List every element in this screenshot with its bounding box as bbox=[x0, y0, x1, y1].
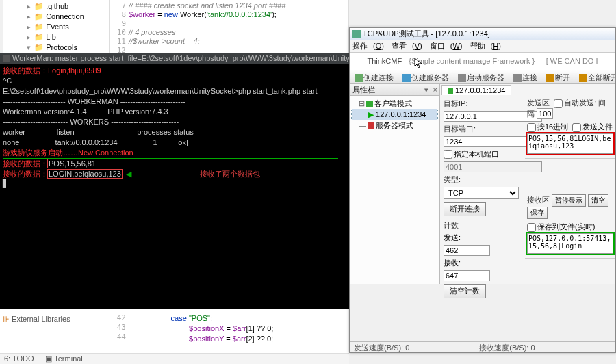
save-recv-button[interactable]: 保存 bbox=[527, 207, 548, 219]
connection-tab[interactable]: 127.0.0.1:1234 bbox=[441, 85, 511, 95]
close-icon[interactable]: × bbox=[433, 86, 437, 94]
folder-icon: 📁 bbox=[34, 23, 44, 31]
label-target-port: 目标端口: bbox=[444, 124, 482, 134]
toolbar-new-connection[interactable]: 创建连接 bbox=[352, 71, 396, 84]
tree-item-events[interactable]: ▸ 📁 Events bbox=[3, 22, 109, 32]
tree-item-lib[interactable]: ▸ 📁 Lib bbox=[3, 32, 109, 42]
save-to-file-label: 保存到文件(实时) bbox=[537, 222, 595, 231]
terminal-tab[interactable]: ▣ Terminal bbox=[45, 354, 92, 363]
tree-connection-item[interactable]: ▶ 127.0.0.1:1234 bbox=[352, 109, 437, 120]
terminal-icon bbox=[3, 55, 10, 62]
send-zone-label: 发送区 bbox=[527, 99, 550, 107]
external-libraries[interactable]: ⊪ External Libraries bbox=[3, 315, 105, 324]
packet-login: LOGIN,beiqiaosu,123 bbox=[48, 170, 122, 178]
disconnect-icon bbox=[546, 74, 554, 82]
clear-count-button[interactable]: 清空计数 bbox=[444, 284, 486, 298]
source-code-bottom[interactable]: case "POS": $positionX = $arr[1] ?? 0; $… bbox=[130, 313, 273, 344]
send-count-input[interactable] bbox=[444, 245, 490, 256]
auto-send-checkbox[interactable] bbox=[554, 99, 563, 108]
ide-status-bar: 6: TODO ▣ Terminal bbox=[0, 353, 349, 364]
tree-item-github[interactable]: ▸ 📁 .github bbox=[3, 1, 109, 12]
recv-count-input[interactable] bbox=[444, 270, 490, 281]
tree-item-connection[interactable]: ▸ 📁 Connection bbox=[3, 12, 109, 22]
window-titlebar[interactable]: TCP&UDP测试工具 - [127.0.0.1:1234] bbox=[350, 28, 615, 40]
tcp-tool-window[interactable]: TCP&UDP测试工具 - [127.0.0.1:1234] 操作(O) 查看(… bbox=[349, 27, 616, 353]
chevron-right-icon: ▸ bbox=[27, 33, 32, 42]
server-icon bbox=[368, 122, 374, 129]
server-icon bbox=[402, 74, 411, 82]
ad-banner: ThinkCMF{Simple content manage Framework… bbox=[350, 53, 615, 70]
status-bar: 发送速度(B/S): 0 接收速度(B/S): 0 bbox=[350, 341, 615, 352]
disconnect-button[interactable]: 断开连接 bbox=[444, 202, 486, 216]
hex-label: 按16进制 bbox=[537, 122, 568, 131]
save-to-file-checkbox[interactable] bbox=[527, 223, 536, 232]
recv-data-textarea[interactable]: POS,127.0.0.1:57413,15,56,8|Login bbox=[527, 233, 613, 254]
send-speed: 发送速度(B/S): 0 bbox=[354, 343, 477, 353]
label-local-port: 指定本机端口 bbox=[454, 149, 499, 159]
todo-tab[interactable]: 6: TODO bbox=[4, 354, 34, 363]
recv-zone-label: 接收区 bbox=[527, 196, 550, 204]
tree-server-mode[interactable]: —服务器模式 bbox=[352, 120, 437, 131]
label-type: 类型: bbox=[444, 174, 482, 185]
folder-icon: 📁 bbox=[34, 12, 44, 21]
send-recv-column: 发送区 自动发送: 间隔 按16进制 发送文件 POS,15,56,81LOGI… bbox=[525, 96, 615, 259]
menu-help[interactable]: 帮助(H) bbox=[470, 42, 501, 50]
local-port-checkbox[interactable] bbox=[444, 150, 452, 159]
toolbar[interactable]: 创建连接 创建服务器 启动服务器 连接 断开 全部断开 删除 bbox=[350, 70, 615, 84]
pin-icon[interactable]: ▾ bbox=[424, 86, 428, 94]
menu-view[interactable]: 查看(V) bbox=[392, 42, 422, 50]
recv-speed: 接收速度(B/S): 0 bbox=[479, 343, 535, 353]
toolbar-connect[interactable]: 连接 bbox=[511, 71, 540, 84]
play-icon bbox=[458, 74, 466, 82]
packet-pos: POS,15,56,81 bbox=[48, 159, 97, 168]
chevron-down-icon: ▾ bbox=[27, 43, 32, 52]
pause-display-button[interactable]: 暂停显示 bbox=[552, 194, 586, 207]
label-target-ip: 目标IP: bbox=[444, 99, 482, 109]
plug-icon bbox=[448, 88, 453, 94]
terminal-output[interactable]: 接收的数据：Login,fhjui,6589 ^C E:\2setsoft\1d… bbox=[0, 64, 349, 309]
folder-icon: 📁 bbox=[34, 43, 44, 51]
chevron-right-icon: ▸ bbox=[27, 23, 32, 31]
line-gutter: 789101112 bbox=[110, 0, 126, 55]
tree-client-mode[interactable]: ⊟客户端模式 bbox=[352, 98, 437, 109]
clear-recv-button[interactable]: 清空 bbox=[588, 194, 608, 207]
detail-tab-row: 127.0.0.1:1234 bbox=[440, 84, 615, 96]
label-count: 计数 bbox=[444, 220, 482, 231]
source-code[interactable]: // #### create socket and listen 1234 po… bbox=[129, 0, 348, 46]
panel-header: 属性栏▾× bbox=[350, 84, 439, 96]
menu-operate[interactable]: 操作(O) bbox=[352, 42, 384, 50]
interval-input[interactable] bbox=[537, 108, 553, 119]
toolbar-start-server[interactable]: 启动服务器 bbox=[455, 71, 507, 84]
type-select[interactable]: TCP bbox=[444, 187, 519, 199]
hex-checkbox[interactable] bbox=[527, 123, 536, 132]
chevron-right-icon: ▸ bbox=[27, 12, 32, 21]
send-file-checkbox[interactable] bbox=[572, 123, 581, 132]
toolbar-disconnect[interactable]: 断开 bbox=[543, 71, 573, 84]
dash-icon: — bbox=[359, 121, 366, 129]
code-editor-top[interactable]: 789101112 // #### create socket and list… bbox=[110, 0, 349, 53]
folder-icon: 📁 bbox=[34, 2, 44, 10]
terminal-titlebar: WorkerMan: master process start_file=E:\… bbox=[0, 53, 349, 64]
line-gutter-bottom: 424344 bbox=[110, 313, 126, 342]
connect-icon bbox=[513, 74, 522, 82]
tree-item-protocols[interactable]: ▾ 📁 Protocols bbox=[3, 42, 109, 53]
toolbar-disconnect-all[interactable]: 全部断开 bbox=[576, 71, 615, 84]
play-icon: ▶ bbox=[368, 110, 374, 118]
label-send-count: 发送: bbox=[444, 233, 464, 243]
disconnect-all-icon bbox=[579, 74, 587, 82]
label-recv-count: 接收: bbox=[444, 258, 464, 268]
project-file-tree[interactable]: ▸ 📁 .github ▸ 📁 Connection ▸ 📁 Events ▸ … bbox=[3, 0, 110, 53]
app-icon bbox=[352, 30, 361, 38]
send-data-textarea[interactable]: POS,15,56,81LOGIN,beiqiaosu,123 bbox=[527, 133, 613, 154]
toolbar-new-server[interactable]: 创建服务器 bbox=[400, 71, 452, 84]
chevron-right-icon: ▸ bbox=[27, 2, 32, 11]
menu-bar[interactable]: 操作(O) 查看(V) 窗口(W) 帮助(H) bbox=[350, 40, 615, 53]
folder-icon: 📁 bbox=[34, 33, 44, 41]
menu-window[interactable]: 窗口(W) bbox=[430, 42, 463, 50]
properties-panel[interactable]: 属性栏▾× ⊟客户端模式 ▶ 127.0.0.1:1234 —服务器模式 bbox=[350, 84, 440, 284]
client-icon bbox=[366, 101, 373, 107]
send-file-label: 发送文件 bbox=[582, 122, 613, 131]
annotation-text: 接收了两个数据包 bbox=[200, 169, 260, 179]
minus-icon: ⊟ bbox=[359, 99, 365, 107]
library-icon: ⊪ bbox=[3, 315, 10, 323]
